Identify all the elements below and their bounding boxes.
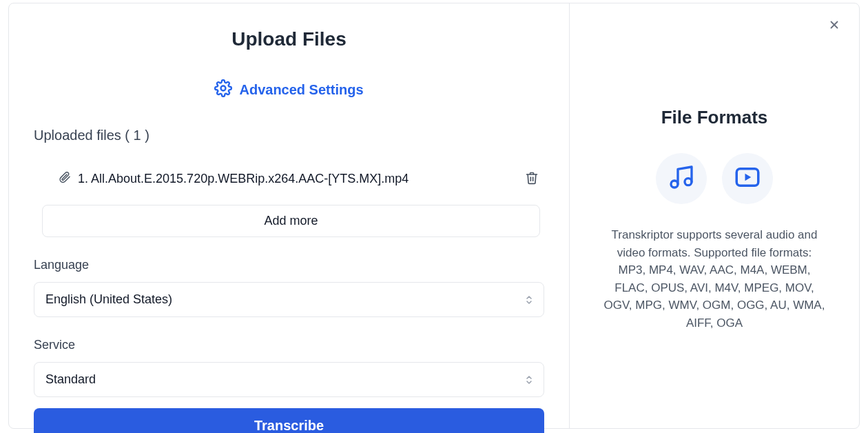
music-icon — [668, 163, 695, 194]
gear-icon — [214, 79, 232, 100]
language-label: Language — [34, 258, 544, 272]
advanced-settings-label: Advanced Settings — [239, 82, 363, 98]
chevron-updown-icon — [526, 295, 533, 305]
left-panel: Upload Files Advanced Settings Uploaded … — [9, 3, 570, 428]
close-icon — [828, 19, 840, 33]
file-name: 1. All.About.E.2015.720p.WEBRip.x264.AAC… — [37, 171, 409, 187]
language-select[interactable]: English (United States) — [34, 282, 544, 317]
file-row: 1. All.About.E.2015.720p.WEBRip.x264.AAC… — [34, 168, 544, 190]
uploaded-files-heading: Uploaded files ( 1 ) — [34, 128, 544, 143]
transcribe-button[interactable]: Transcribe — [34, 408, 544, 433]
trash-icon — [525, 177, 539, 187]
chevron-updown-icon — [526, 375, 533, 385]
formats-title: File Formats — [603, 107, 826, 128]
service-label: Service — [34, 338, 544, 352]
add-more-button[interactable]: Add more — [42, 205, 540, 237]
play-video-icon — [733, 163, 762, 194]
file-name-text: 1. All.About.E.2015.720p.WEBRip.x264.AAC… — [78, 172, 409, 186]
language-value: English (United States) — [45, 292, 172, 307]
service-select[interactable]: Standard — [34, 362, 544, 397]
page-title: Upload Files — [34, 28, 544, 50]
right-panel: File Formats — [570, 3, 859, 428]
delete-file-button[interactable] — [522, 168, 541, 190]
svg-point-3 — [671, 181, 678, 188]
advanced-settings-button[interactable]: Advanced Settings — [34, 79, 544, 100]
audio-format-icon — [656, 153, 707, 204]
video-format-icon — [722, 153, 773, 204]
formats-description: Transkriptor supports several audio and … — [603, 226, 826, 332]
close-button[interactable] — [825, 16, 844, 35]
upload-modal: Upload Files Advanced Settings Uploaded … — [8, 3, 860, 429]
svg-point-0 — [221, 86, 226, 91]
svg-point-4 — [685, 179, 692, 185]
service-value: Standard — [45, 372, 96, 387]
svg-marker-6 — [745, 174, 752, 181]
paperclip-icon — [59, 171, 71, 187]
format-icons — [603, 153, 826, 204]
